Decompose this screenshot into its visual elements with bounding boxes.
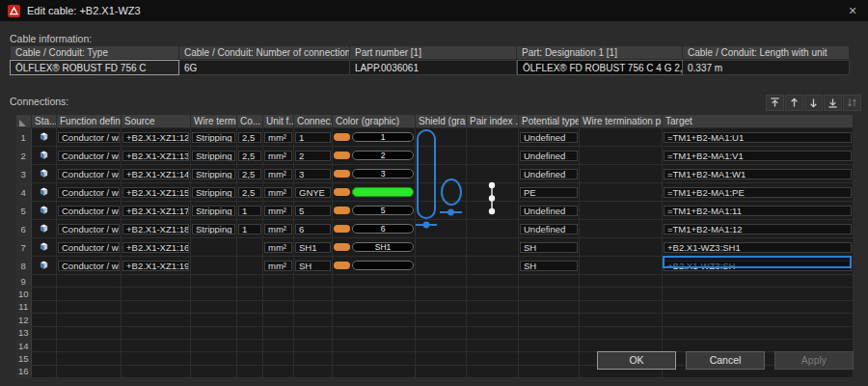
cable-field-value[interactable]: 6G [179, 60, 350, 75]
color-graphic-cell[interactable] [333, 314, 416, 326]
status-cell[interactable] [32, 238, 57, 257]
connection-point-cell[interactable] [294, 339, 333, 351]
function-definition-cell[interactable]: Conductor / wire [57, 257, 122, 275]
function-definition-cell[interactable]: Conductor / wire [57, 128, 122, 147]
potential-type-cell[interactable]: SH [519, 238, 580, 257]
source-cell[interactable] [122, 314, 191, 326]
row-number[interactable]: 13 [16, 326, 32, 339]
unit-cell[interactable]: mm² [263, 202, 294, 220]
target-cell[interactable]: =TM1+B2-MA1:PE [663, 183, 854, 202]
wire-termination-cell[interactable] [191, 257, 237, 275]
row-number[interactable]: 15 [16, 352, 32, 365]
shield-graphic-cell[interactable] [416, 165, 467, 183]
connection-point-cell[interactable] [294, 275, 333, 288]
unit-cell[interactable]: mm² [263, 238, 294, 257]
color-graphic-cell[interactable] [333, 365, 416, 377]
wire-termination-processing-cell[interactable] [580, 183, 663, 202]
function-definition-cell[interactable] [57, 275, 122, 288]
pair-index-cell[interactable] [467, 165, 519, 183]
target-cell[interactable] [663, 275, 854, 288]
pair-index-cell[interactable] [467, 202, 519, 220]
cross-section-cell[interactable]: 1 [237, 220, 263, 238]
target-cell[interactable] [663, 288, 854, 300]
wire-termination-cell[interactable]: Stripping [191, 165, 237, 183]
source-cell[interactable]: +B2.X1-XZ1:15 [122, 183, 191, 202]
connection-point-cell[interactable] [294, 326, 333, 339]
target-cell[interactable] [663, 339, 854, 351]
column-header-wire-termination-processing[interactable]: Wire termination pr... [580, 115, 663, 128]
status-cell[interactable] [32, 165, 57, 183]
function-definition-cell[interactable]: Conductor / wire [57, 238, 122, 257]
row-number[interactable]: 9 [16, 275, 32, 288]
cross-section-cell[interactable]: 2,5 [237, 165, 263, 183]
row-number[interactable]: 7 [16, 238, 32, 257]
wire-termination-processing-cell[interactable] [580, 128, 663, 147]
column-header-cross-section[interactable]: Co... [237, 115, 263, 128]
source-cell[interactable]: +B2.X1-XZ1:17 [122, 202, 191, 220]
wire-termination-processing-cell[interactable] [580, 288, 663, 300]
source-cell[interactable]: +B2.X1-XZ1:14 [122, 165, 191, 183]
pair-index-cell[interactable] [467, 275, 519, 288]
shield-graphic-cell[interactable] [416, 275, 467, 288]
column-header-connection-point[interactable]: Connec... [294, 115, 333, 128]
wire-termination-processing-cell[interactable] [580, 147, 663, 165]
wire-termination-processing-cell[interactable] [580, 339, 663, 351]
function-definition-cell[interactable] [57, 339, 122, 351]
column-header-target[interactable]: Target [663, 115, 854, 128]
color-graphic-cell[interactable] [333, 326, 416, 339]
source-cell[interactable] [122, 365, 191, 377]
connection-point-cell[interactable]: GNYE [294, 183, 333, 202]
pair-index-cell[interactable] [467, 183, 519, 202]
connection-point-cell[interactable]: 5 [294, 202, 333, 220]
color-graphic-cell[interactable] [333, 352, 416, 365]
color-graphic-cell[interactable] [333, 288, 416, 300]
unit-cell[interactable]: mm² [263, 165, 294, 183]
status-cell[interactable] [32, 314, 57, 326]
shield-graphic-cell[interactable] [416, 147, 467, 165]
unit-cell[interactable] [263, 339, 294, 351]
unit-cell[interactable]: mm² [263, 147, 294, 165]
connection-point-cell[interactable]: 6 [294, 220, 333, 238]
apply-button[interactable]: Apply [774, 351, 854, 370]
wire-termination-cell[interactable]: Stripping [191, 128, 237, 147]
select-all-corner[interactable] [16, 115, 32, 128]
shield-graphic-cell[interactable] [416, 314, 467, 326]
potential-type-cell[interactable]: SH [519, 257, 580, 275]
column-header-pair-index[interactable]: Pair index ... [467, 115, 519, 128]
status-cell[interactable] [32, 202, 57, 220]
wire-termination-cell[interactable]: Stripping [191, 183, 237, 202]
pair-index-cell[interactable] [467, 220, 519, 238]
cross-section-cell[interactable]: 2,5 [237, 183, 263, 202]
potential-type-cell[interactable] [519, 352, 580, 365]
row-number[interactable]: 11 [16, 300, 32, 313]
row-number[interactable]: 8 [16, 257, 32, 275]
wire-termination-processing-cell[interactable] [580, 314, 663, 326]
potential-type-cell[interactable] [519, 314, 580, 326]
row-number[interactable]: 16 [16, 365, 32, 377]
shield-graphic-cell[interactable] [416, 202, 467, 220]
source-cell[interactable]: +B2.X1-XZ1:18 [122, 220, 191, 238]
connection-point-cell[interactable]: 2 [294, 147, 333, 165]
column-header-source[interactable]: Source [122, 115, 191, 128]
function-definition-cell[interactable] [57, 300, 122, 313]
connection-point-cell[interactable]: 1 [294, 128, 333, 147]
color-graphic-cell[interactable]: 3 [333, 165, 416, 183]
wire-termination-cell[interactable]: Stripping [191, 147, 237, 165]
color-graphic-cell[interactable]: 5 [333, 202, 416, 220]
source-cell[interactable]: +B2.X1-XZ1:16 [122, 238, 191, 257]
source-cell[interactable] [122, 339, 191, 351]
color-graphic-cell[interactable] [333, 257, 416, 275]
function-definition-cell[interactable]: Conductor / wire [57, 220, 122, 238]
status-cell[interactable] [32, 257, 57, 275]
wire-termination-processing-cell[interactable] [580, 300, 663, 313]
wire-termination-cell[interactable] [191, 365, 237, 377]
unit-cell[interactable] [263, 314, 294, 326]
target-cell[interactable] [663, 300, 854, 313]
function-definition-cell[interactable]: Conductor / wire [57, 165, 122, 183]
color-graphic-cell[interactable] [333, 300, 416, 313]
row-number[interactable]: 10 [16, 288, 32, 300]
pair-index-cell[interactable] [467, 128, 519, 147]
wire-termination-processing-cell[interactable] [580, 165, 663, 183]
swap-rows-icon[interactable] [843, 95, 861, 111]
source-cell[interactable] [122, 326, 191, 339]
